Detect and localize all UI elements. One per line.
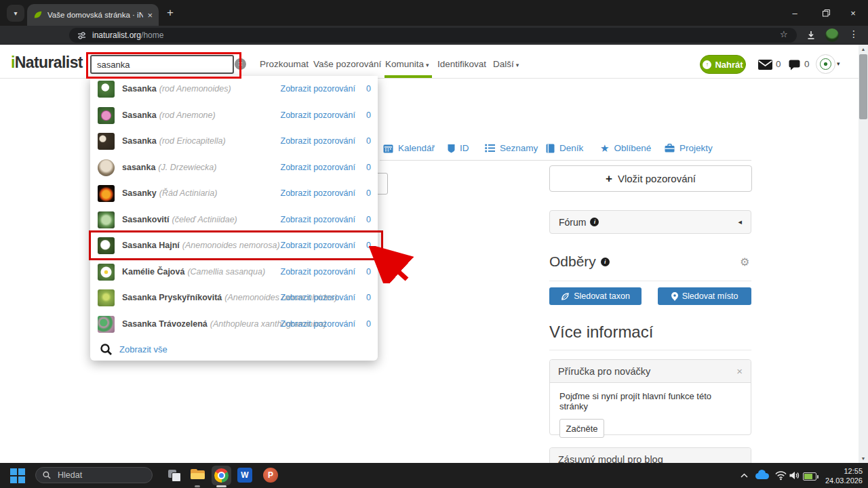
search-result-item[interactable]: Sasankovití(čeleď Actiniidae) Zobrazit p… [90, 207, 378, 232]
show-observations-link[interactable]: Zobrazit pozorování [281, 110, 355, 120]
inaturalist-favicon-icon [33, 10, 43, 20]
word-icon[interactable]: W [237, 468, 252, 483]
nav-explore[interactable]: Prozkoumat [260, 59, 309, 69]
caret-down-icon: ▾ [516, 62, 519, 68]
user-avatar[interactable] [816, 54, 835, 74]
show-observations-link[interactable]: Zobrazit pozorování [281, 215, 355, 224]
taskbar-search[interactable] [35, 467, 153, 483]
show-all-link[interactable]: Zobrazit vše [119, 344, 167, 354]
show-observations-link[interactable]: Zobrazit pozorování [281, 293, 355, 302]
search-result-item[interactable]: Sasanka Trávozelená(Anthopleura xanthogr… [90, 311, 378, 337]
badge-icon [448, 144, 455, 153]
search-result-item[interactable]: sasanka(J. Drzewiecka) Zobrazit pozorová… [90, 155, 378, 180]
taxon-name: Sasanky(Řád Actiniaria) [122, 188, 217, 198]
bookmark-star-icon[interactable]: ☆ [780, 29, 788, 39]
search-result-item[interactable]: Sasanka Pryskyřníkovitá(Anemonoides ranu… [90, 285, 378, 310]
search-result-item[interactable]: Sasanka(rod Anemone) Zobrazit pozorování… [90, 102, 378, 128]
powerpoint-icon[interactable]: P [263, 468, 278, 483]
gear-icon[interactable]: ⚙ [740, 256, 749, 268]
forum-panel[interactable]: Fórum i ◂ [549, 210, 751, 234]
taxon-name-text: Sasanka Trávozelená [122, 319, 208, 329]
taxon-name-text: Sasanka Pryskyřníkovitá [122, 293, 222, 302]
tab-calendar[interactable]: Kalendář [383, 143, 435, 153]
nav-community[interactable]: Komunita▾ [385, 59, 429, 69]
annotation-search-box-highlight [86, 52, 241, 79]
browser-profile-avatar[interactable] [825, 28, 839, 42]
nav-more[interactable]: Další▾ [493, 59, 519, 69]
browser-menu-kebab-icon[interactable]: ⋮ [849, 28, 859, 39]
show-observations-link[interactable]: Zobrazit pozorování [281, 188, 355, 198]
taxon-rank-text: (rod Anemone) [159, 110, 216, 120]
scrollbar-down-icon[interactable]: ▼ [859, 454, 868, 463]
get-started-button[interactable]: Začněte [559, 419, 604, 438]
task-view-icon[interactable] [168, 470, 180, 481]
download-icon[interactable] [806, 30, 816, 41]
nav-more-label: Další [493, 59, 514, 69]
account-caret-down-icon[interactable]: ▾ [837, 60, 840, 67]
tab-close-icon[interactable]: × [147, 10, 153, 20]
search-result-item[interactable]: Sasanka(rod Anemonoides) Zobrazit pozoro… [90, 76, 378, 102]
upload-arrow-icon: ↑ [703, 60, 711, 69]
taxon-thumbnail-image [98, 289, 115, 306]
follow-place-button[interactable]: Sledovat místo [658, 287, 751, 305]
blog-plugin-title: Zásuvný modul pro blog [558, 454, 663, 464]
window-minimize-button[interactable]: – [780, 0, 810, 26]
window-restore-button[interactable] [811, 0, 841, 26]
nav-your-observations[interactable]: Vaše pozorování [313, 59, 381, 69]
add-observation-button[interactable]: + Vložit pozorování [549, 165, 752, 192]
chrome-taskbar-button[interactable] [212, 466, 231, 485]
tab-journal[interactable]: Deník [546, 143, 583, 153]
nav-identify[interactable]: Identifikovat [437, 59, 486, 69]
comments-bubble-icon[interactable] [789, 60, 800, 70]
taxon-thumbnail-image [98, 185, 115, 202]
observation-count: 0 [366, 163, 371, 172]
battery-icon[interactable] [803, 472, 816, 481]
follow-taxon-button[interactable]: Sledovat taxon [549, 287, 642, 305]
messages-envelope-icon[interactable] [758, 60, 772, 70]
show-all-row[interactable]: Zobrazit vše [90, 338, 378, 361]
window-close-button[interactable]: × [838, 0, 868, 26]
tab-search-caret-button[interactable]: ▾ [7, 5, 24, 22]
taxon-thumbnail-image [98, 316, 115, 333]
taxon-name: Sasankovití(čeleď Actiniidae) [122, 215, 237, 224]
taskbar-search-input[interactable] [56, 470, 134, 481]
taxon-rank-text: (Camellia sasanqua) [187, 267, 265, 277]
browser-tab-active[interactable]: Vaše domovská stránka · iNatur × [27, 4, 159, 26]
show-observations-link[interactable]: Zobrazit pozorování [281, 267, 355, 277]
wifi-icon[interactable] [775, 471, 787, 481]
forum-label: Fórum [559, 217, 586, 228]
url-address-bar[interactable]: inaturalist.org/home [69, 28, 797, 43]
tab-lists[interactable]: Seznamy [485, 143, 538, 153]
new-tab-icon[interactable]: + [167, 6, 174, 20]
taxon-name: Sasanka(rod Anemone) [122, 110, 216, 120]
taxon-thumbnail-image [98, 211, 115, 228]
tab-projects[interactable]: Projekty [665, 143, 713, 153]
file-explorer-icon[interactable] [191, 469, 205, 480]
search-result-item[interactable]: Sasanka(rod Eriocapitella) Zobrazit pozo… [90, 128, 378, 154]
collapse-triangle-icon[interactable]: ◂ [738, 218, 742, 226]
inaturalist-logo[interactable]: iNaturalist [11, 54, 83, 72]
speaker-icon[interactable] [789, 471, 800, 480]
show-observations-link[interactable]: Zobrazit pozorování [281, 84, 355, 94]
page-scrollbar-thumb[interactable] [859, 54, 867, 119]
onedrive-icon[interactable] [755, 473, 769, 479]
tab-id[interactable]: ID [448, 143, 469, 153]
search-result-item[interactable]: Sasanky(Řád Actiniaria) Zobrazit pozorov… [90, 180, 378, 206]
show-observations-link[interactable]: Zobrazit pozorování [281, 163, 355, 172]
start-button[interactable] [10, 468, 25, 483]
tray-chevron-up-icon[interactable] [741, 473, 748, 478]
taxon-thumbnail-image [98, 264, 115, 281]
observation-count: 0 [366, 188, 371, 198]
blog-plugin-card-header[interactable]: Zásuvný modul pro blog [550, 448, 751, 463]
search-icon [43, 471, 51, 479]
show-observations-link[interactable]: Zobrazit pozorování [281, 319, 355, 329]
tab-lists-label: Seznamy [500, 143, 538, 153]
show-observations-link[interactable]: Zobrazit pozorování [281, 136, 355, 146]
card-close-icon[interactable]: × [736, 365, 743, 377]
upload-button[interactable]: ↑ Nahrát [700, 55, 746, 74]
search-result-item[interactable]: Kamélie Čajová(Camellia sasanqua) Zobraz… [90, 259, 378, 285]
tab-favorites[interactable]: ★ Oblíbené [600, 143, 651, 153]
taskbar-clock[interactable]: 12:55 24.03.2026 [825, 467, 863, 485]
site-settings-icon[interactable] [77, 31, 86, 40]
scrollbar-up-icon[interactable]: ▲ [859, 45, 868, 54]
